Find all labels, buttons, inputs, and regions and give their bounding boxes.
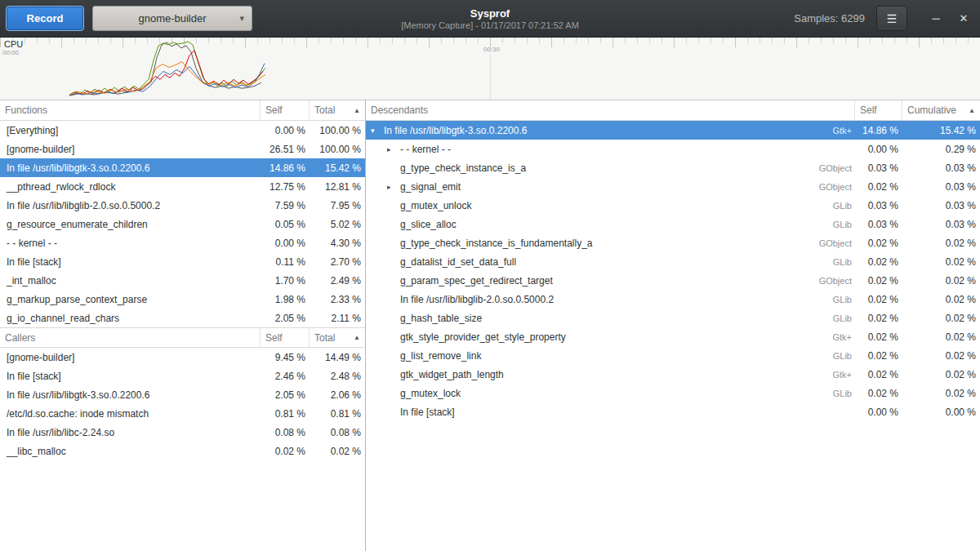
expander-icon[interactable]: ▸	[387, 145, 400, 153]
function-self-cell: 14.86 %	[261, 162, 310, 174]
column-header-functions[interactable]: Functions	[0, 100, 261, 120]
function-name-cell: [gnome-builder]	[0, 144, 261, 155]
descendant-self-cell: 0.02 %	[855, 294, 902, 305]
caller-total-cell: 2.48 %	[310, 371, 365, 382]
function-self-cell: 0.00 %	[261, 238, 310, 249]
descendant-row[interactable]: In file [stack] 0.00 % 0.00 %	[366, 402, 980, 421]
descendant-row[interactable]: g_hash_table_size GLib 0.02 % 0.02 %	[366, 309, 980, 327]
function-row[interactable]: In file [stack] 0.11 % 2.70 %	[0, 252, 365, 271]
descendant-row[interactable]: g_list_remove_link GLib 0.02 % 0.02 %	[366, 346, 980, 365]
column-header-label: Total	[314, 104, 335, 116]
descendant-row[interactable]: gtk_style_provider_get_style_property Gt…	[366, 327, 980, 346]
caller-row[interactable]: [gnome-builder] 9.45 % 14.49 %	[0, 348, 365, 367]
sysprof-window: Record gnome-builder ▾ Sysprof [Memory C…	[0, 0, 980, 551]
caller-total-cell: 14.49 %	[310, 352, 365, 363]
descendant-row[interactable]: ▾ In file /usr/lib/libgtk-3.so.0.2200.6 …	[366, 121, 980, 140]
column-header-callers[interactable]: Callers	[0, 328, 261, 347]
column-header-descendants-cumulative[interactable]: Cumulative ▲	[902, 100, 980, 120]
close-button[interactable]: ✕	[953, 8, 974, 29]
right-panel: Descendants Self Cumulative ▲ ▾ In file …	[366, 100, 980, 551]
expander-icon[interactable]: ▸	[387, 183, 400, 191]
record-button[interactable]: Record	[6, 6, 84, 31]
function-total-cell: 2.33 %	[310, 294, 365, 305]
descendant-row[interactable]: g_mutex_unlock GLib 0.03 % 0.03 %	[366, 196, 980, 215]
process-selector-dropdown[interactable]: gnome-builder ▾	[92, 6, 252, 31]
function-row[interactable]: g_io_channel_read_chars 2.05 % 2.11 %	[0, 309, 365, 327]
function-row[interactable]: g_resource_enumerate_children 0.05 % 5.0…	[0, 215, 365, 233]
descendant-row[interactable]: ▸ g_signal_emit GObject 0.02 % 0.03 %	[366, 177, 980, 196]
function-row[interactable]: In file /usr/lib/libglib-2.0.so.0.5000.2…	[0, 196, 365, 215]
expander-icon[interactable]: ▾	[371, 127, 384, 135]
cpu-usage-graph[interactable]: CPU 00:00 00:30	[0, 38, 980, 100]
descendant-category-cell: GLib	[798, 351, 855, 361]
descendant-row[interactable]: gtk_widget_path_length Gtk+ 0.02 % 0.02 …	[366, 365, 980, 384]
descendant-name-cell: In file [stack]	[366, 407, 798, 418]
function-row[interactable]: _int_malloc 1.70 % 2.49 %	[0, 271, 365, 290]
descendant-cumulative-cell: 0.02 %	[902, 256, 980, 268]
column-header-label: Cumulative	[907, 104, 956, 116]
function-row[interactable]: In file /usr/lib/libgtk-3.so.0.2200.6 14…	[0, 158, 365, 177]
descendant-cumulative-cell: 0.03 %	[902, 162, 980, 174]
function-row[interactable]: - - kernel - - 0.00 % 4.30 %	[0, 233, 365, 252]
function-total-cell: 4.30 %	[310, 238, 365, 249]
column-header-descendants[interactable]: Descendants	[366, 100, 855, 120]
function-name-cell: In file /usr/lib/libgtk-3.so.0.2200.6	[0, 162, 261, 174]
function-self-cell: 7.59 %	[261, 200, 310, 211]
descendant-row[interactable]: g_mutex_lock GLib 0.02 % 0.02 %	[366, 384, 980, 402]
minimize-button[interactable]: ─	[925, 8, 947, 29]
close-icon: ✕	[960, 12, 969, 24]
descendant-row[interactable]: g_datalist_id_set_data_full GLib 0.02 % …	[366, 252, 980, 271]
column-header-callers-self[interactable]: Self	[261, 328, 310, 347]
descendant-row[interactable]: g_param_spec_get_redirect_target GObject…	[366, 271, 980, 290]
caller-row[interactable]: /etc/ld.so.cache: inode mismatch 0.81 % …	[0, 404, 365, 423]
descendant-category-cell: GObject	[798, 182, 855, 192]
descendant-category-cell: Gtk+	[798, 126, 855, 136]
column-header-functions-total[interactable]: Total ▲	[310, 100, 365, 120]
descendant-category-cell: GLib	[798, 313, 855, 323]
column-header-label: Functions	[5, 104, 47, 116]
function-total-cell: 5.02 %	[310, 219, 365, 230]
function-row[interactable]: __pthread_rwlock_rdlock 12.75 % 12.81 %	[0, 177, 365, 196]
descendant-cumulative-cell: 15.42 %	[902, 125, 980, 136]
column-header-label: Descendants	[371, 104, 428, 116]
descendant-self-cell: 0.03 %	[855, 219, 902, 230]
function-name-cell: In file /usr/lib/libglib-2.0.so.0.5000.2	[0, 200, 261, 211]
descendants-table-body: ▾ In file /usr/lib/libgtk-3.so.0.2200.6 …	[366, 121, 980, 421]
descendant-row[interactable]: In file /usr/lib/libglib-2.0.so.0.5000.2…	[366, 290, 980, 309]
column-header-label: Total	[314, 332, 335, 344]
caller-row[interactable]: __libc_malloc 0.02 % 0.02 %	[0, 442, 365, 460]
function-name-cell: - - kernel - -	[0, 238, 261, 249]
menu-button[interactable]: ☰	[876, 6, 907, 31]
column-header-functions-self[interactable]: Self	[261, 100, 310, 120]
descendant-category-cell: GLib	[798, 295, 855, 304]
descendant-row[interactable]: g_type_check_instance_is_a GObject 0.03 …	[366, 158, 980, 177]
caller-total-cell: 2.06 %	[310, 389, 365, 401]
descendant-self-cell: 0.00 %	[855, 144, 902, 155]
function-name-cell: _int_malloc	[0, 275, 261, 287]
descendant-row[interactable]: ▸ - - kernel - - 0.00 % 0.29 %	[366, 140, 980, 158]
descendant-name-cell: g_slice_alloc	[366, 219, 798, 230]
column-header-descendants-self[interactable]: Self	[855, 100, 902, 120]
function-total-cell: 2.11 %	[310, 313, 365, 324]
caller-total-cell: 0.81 %	[310, 408, 365, 420]
column-header-callers-total[interactable]: Total ▲	[310, 328, 365, 347]
descendant-name-cell: g_type_check_instance_is_fundamentally_a	[366, 238, 798, 249]
caller-row[interactable]: In file /usr/lib/libgtk-3.so.0.2200.6 2.…	[0, 385, 365, 404]
descendant-row[interactable]: g_type_check_instance_is_fundamentally_a…	[366, 233, 980, 252]
caller-row[interactable]: In file [stack] 2.46 % 2.48 %	[0, 367, 365, 385]
function-row[interactable]: g_markup_parse_context_parse 1.98 % 2.33…	[0, 290, 365, 309]
descendant-name-cell: ▸ g_signal_emit	[366, 181, 798, 193]
function-self-cell: 1.70 %	[261, 275, 310, 287]
function-self-cell: 0.11 %	[261, 256, 310, 268]
left-panel: Functions Self Total ▲ [Everything] 0.00…	[0, 100, 366, 551]
function-row[interactable]: [Everything] 0.00 % 100.00 %	[0, 121, 365, 140]
function-name-cell: [Everything]	[0, 125, 261, 136]
function-row[interactable]: [gnome-builder] 26.51 % 100.00 %	[0, 140, 365, 158]
caller-self-cell: 0.81 %	[261, 408, 310, 420]
caller-row[interactable]: In file /usr/lib/libc-2.24.so 0.08 % 0.0…	[0, 423, 365, 442]
function-total-cell: 2.49 %	[310, 275, 365, 287]
descendant-self-cell: 0.03 %	[855, 162, 902, 174]
function-total-cell: 2.70 %	[310, 256, 365, 268]
descendant-self-cell: 0.02 %	[855, 369, 902, 380]
descendant-row[interactable]: g_slice_alloc GLib 0.03 % 0.03 %	[366, 215, 980, 233]
